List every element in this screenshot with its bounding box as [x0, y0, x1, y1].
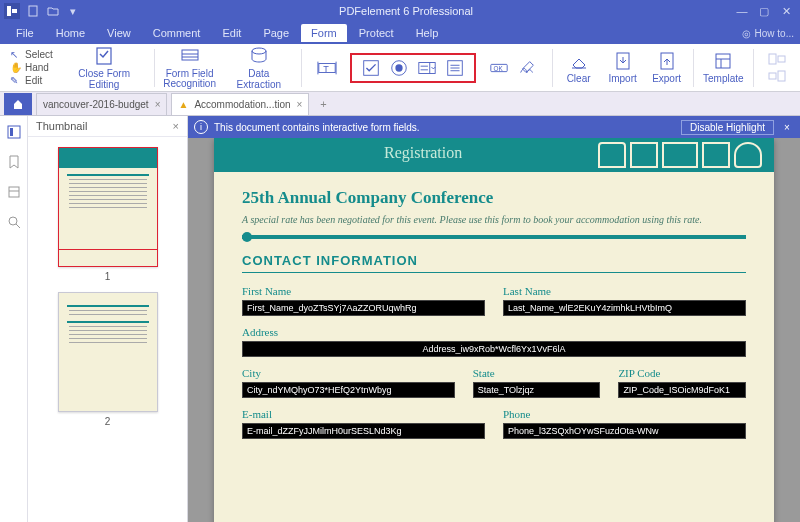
field-phone[interactable]: Phone_l3ZSQxhOYwSFuzdOta-WNw	[503, 423, 746, 439]
text-field-icon[interactable]: T	[316, 57, 338, 79]
warning-icon: ▲	[178, 99, 188, 110]
radio-field-icon[interactable]	[388, 57, 410, 79]
svg-text:T: T	[323, 63, 329, 73]
svg-rect-33	[769, 73, 776, 79]
label-email: E-mail	[242, 408, 485, 420]
import-button[interactable]: Import	[603, 49, 643, 86]
field-first-name[interactable]: First_Name_dyoZTsSYj7AaZZORUqwhRg	[242, 300, 485, 316]
field-city[interactable]: City_ndYMQhyO73*HEfQ2YtnWbyg	[242, 382, 455, 398]
label-address: Address	[242, 326, 746, 338]
menu-view[interactable]: View	[97, 24, 141, 42]
select-tool[interactable]: ↖Select	[10, 49, 53, 61]
data-extraction-button[interactable]: Data Extraction	[223, 44, 295, 92]
close-icon[interactable]: ×	[155, 99, 161, 110]
label-city: City	[242, 367, 455, 379]
label-state: State	[473, 367, 601, 379]
section-heading: CONTACT INFORMATION	[242, 253, 746, 268]
menu-form[interactable]: Form	[301, 24, 347, 42]
add-tab-button[interactable]: +	[313, 93, 333, 115]
svg-rect-34	[778, 71, 785, 81]
close-form-editing-button[interactable]: Close Form Editing	[61, 44, 148, 92]
close-button[interactable]: ✕	[776, 3, 796, 19]
maximize-button[interactable]: ▢	[754, 3, 774, 19]
document-subtitle: A special rate has been negotiated for t…	[242, 214, 746, 225]
info-message: This document contains interactive form …	[214, 122, 420, 133]
field-email[interactable]: E-mail_dZZFyJJMilmH0urSESLNd3Kg	[242, 423, 485, 439]
chevron-down-icon[interactable]: ▾	[66, 4, 80, 18]
thumbnail-panel-icon[interactable]	[6, 124, 22, 140]
close-panel-icon[interactable]: ×	[173, 120, 179, 132]
doc-tab-1-label: vancouver-2016-budget	[43, 99, 149, 110]
svg-text:OK: OK	[493, 64, 503, 71]
svg-rect-1	[12, 9, 17, 13]
svg-rect-36	[10, 128, 13, 136]
label-first-name: First Name	[242, 285, 485, 297]
thumbnail-page-2[interactable]: 2	[58, 292, 158, 427]
menu-page[interactable]: Page	[253, 24, 299, 42]
thumbnail-panel-title: Thumbnail	[36, 120, 87, 132]
divider	[242, 272, 746, 273]
doc-tab-2[interactable]: ▲ Accommodation...tion ×	[171, 93, 309, 115]
signature-field-icon[interactable]	[516, 57, 538, 79]
svg-rect-32	[778, 56, 785, 62]
menu-comment[interactable]: Comment	[143, 24, 211, 42]
svg-rect-37	[9, 187, 19, 197]
menu-protect[interactable]: Protect	[349, 24, 404, 42]
howto-link[interactable]: ◎How to...	[742, 28, 794, 39]
align-tool-2[interactable]	[768, 69, 786, 83]
label-phone: Phone	[503, 408, 746, 420]
new-doc-icon[interactable]	[26, 4, 40, 18]
edit-tool[interactable]: ✎Edit	[10, 75, 42, 87]
combobox-field-icon[interactable]	[416, 57, 438, 79]
app-logo	[4, 3, 20, 19]
svg-point-39	[9, 217, 17, 225]
form-field-recognition-button[interactable]: Form Field Recognition	[160, 45, 218, 91]
app-title: PDFelement 6 Professional	[80, 5, 732, 17]
home-tab-icon[interactable]	[4, 93, 32, 115]
document-title: 25th Annual Company Conference	[242, 188, 746, 208]
info-icon: i	[194, 120, 208, 134]
checkbox-field-icon[interactable]	[360, 57, 382, 79]
field-address[interactable]: Address_iw9xRob*Wcfl6Yx1VvF6lA	[242, 341, 746, 357]
svg-line-40	[16, 224, 20, 228]
svg-rect-28	[716, 54, 730, 68]
clear-button[interactable]: Clear	[559, 49, 599, 86]
svg-rect-35	[8, 126, 20, 138]
svg-rect-0	[7, 6, 11, 16]
svg-rect-2	[29, 6, 37, 16]
search-panel-icon[interactable]	[6, 214, 22, 230]
svg-point-7	[252, 48, 266, 54]
field-last-name[interactable]: Last_Name_wlE2EKuY4zimhkLHVtbImQ	[503, 300, 746, 316]
doc-tab-1[interactable]: vancouver-2016-budget ×	[36, 93, 167, 115]
template-button[interactable]: Template	[699, 49, 747, 86]
minimize-button[interactable]: —	[732, 3, 752, 19]
bookmark-panel-icon[interactable]	[6, 154, 22, 170]
label-last-name: Last Name	[503, 285, 746, 297]
open-icon[interactable]	[46, 4, 60, 18]
label-zip: ZIP Code	[618, 367, 746, 379]
menu-help[interactable]: Help	[406, 24, 449, 42]
field-zip[interactable]: ZIP_Code_ISOicM9dFoK1	[618, 382, 746, 398]
close-infobar-icon[interactable]: ×	[780, 122, 794, 133]
export-button[interactable]: Export	[647, 49, 687, 86]
svg-rect-4	[182, 50, 198, 60]
form-controls-group	[350, 53, 476, 83]
doc-tab-2-label: Accommodation...tion	[194, 99, 290, 110]
header-graphic	[598, 142, 762, 168]
align-tool-1[interactable]	[768, 52, 786, 66]
attachment-panel-icon[interactable]	[6, 184, 22, 200]
registration-heading: Registration	[384, 144, 462, 162]
menu-home[interactable]: Home	[46, 24, 95, 42]
divider	[242, 235, 746, 239]
svg-rect-31	[769, 54, 776, 64]
field-state[interactable]: State_TOlzjqz	[473, 382, 601, 398]
hand-tool[interactable]: ✋Hand	[10, 62, 49, 74]
menu-file[interactable]: File	[6, 24, 44, 42]
menu-edit[interactable]: Edit	[212, 24, 251, 42]
svg-point-14	[395, 64, 402, 71]
close-icon[interactable]: ×	[297, 99, 303, 110]
button-field-icon[interactable]: OK	[488, 57, 510, 79]
disable-highlight-button[interactable]: Disable Highlight	[681, 120, 774, 135]
listbox-field-icon[interactable]	[444, 57, 466, 79]
thumbnail-page-1[interactable]: 1	[58, 147, 158, 282]
